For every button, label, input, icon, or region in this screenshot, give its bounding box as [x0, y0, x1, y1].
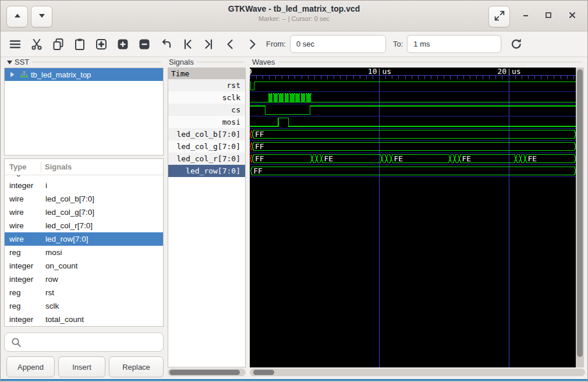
- signal-table-row[interactable]: regrst: [5, 286, 163, 299]
- signals-list-item[interactable]: led_col_g[7:0]: [168, 140, 245, 153]
- copy-button[interactable]: [51, 37, 65, 51]
- waves-vscrollbar-thumb[interactable]: [577, 69, 583, 357]
- signal-name: mosi: [41, 246, 62, 259]
- zoom-fit-icon: [94, 37, 108, 51]
- signals-list-item[interactable]: cs: [168, 104, 245, 116]
- svg-text:FF: FF: [255, 130, 264, 139]
- signal-table-row[interactable]: regmosi: [5, 246, 163, 259]
- signals-list-box: Time rstsclkcsmosiled_col_b[7:0]led_col_…: [168, 68, 246, 367]
- replace-button[interactable]: Replace: [109, 356, 164, 377]
- signals-hscrollbar[interactable]: [168, 369, 246, 376]
- signals-hscrollbar-thumb[interactable]: [169, 370, 240, 375]
- unmaximize-button[interactable]: [488, 6, 510, 27]
- signal-name: led_col_g[7:0]: [41, 206, 94, 219]
- pane-up-button[interactable]: [6, 6, 28, 27]
- signal-type: wire: [5, 206, 41, 219]
- signal-type: reg: [5, 299, 41, 313]
- signal-name: led_col_r[7:0]: [41, 219, 93, 232]
- minimize-icon: [519, 8, 533, 24]
- signal-type: wire: [5, 219, 41, 232]
- signal-table-row[interactable]: wireled_col_b[7:0]: [5, 192, 163, 206]
- svg-text:FF: FF: [255, 142, 264, 151]
- shift-right-button[interactable]: [245, 37, 259, 51]
- search-icon: [9, 335, 23, 349]
- wave-canvas[interactable]: 010us20usFFFFFFFEFEFEFEFF: [250, 68, 576, 367]
- signal-type: integer: [5, 273, 41, 286]
- menu-icon: [8, 37, 22, 51]
- signal-name: sclk: [41, 299, 59, 313]
- expand-icon: [493, 9, 506, 25]
- signals-list-item[interactable]: mosi: [168, 116, 245, 128]
- to-input[interactable]: [407, 35, 501, 53]
- cut-button[interactable]: [30, 37, 44, 51]
- svg-text:20: 20: [497, 68, 506, 76]
- signals-list-item[interactable]: led_col_b[7:0]: [168, 128, 245, 140]
- signal-table-row[interactable]: wireled_row[7:0]: [5, 232, 163, 246]
- minimize-button[interactable]: [518, 9, 533, 24]
- zoom-fit-button[interactable]: [94, 37, 108, 51]
- from-input[interactable]: [290, 35, 386, 53]
- signals-list-item[interactable]: rst: [168, 79, 245, 91]
- signal-table-header: Type Signals: [5, 159, 163, 175]
- triangle-up-icon: [10, 9, 24, 25]
- append-button[interactable]: Append: [6, 356, 55, 377]
- chevron-right-icon: [245, 37, 259, 51]
- go-to-start-button[interactable]: [180, 37, 194, 51]
- signal-name: row: [41, 273, 58, 286]
- signal-table-row[interactable]: regsclk: [5, 299, 163, 313]
- shift-left-button[interactable]: [224, 37, 238, 51]
- titlebar: GTKWave - tb_led_matrix_top.vcd Marker: …: [1, 1, 587, 31]
- signal-table-row[interactable]: wireled_col_g[7:0]: [5, 206, 163, 219]
- signals-list: rstsclkcsmosiled_col_b[7:0]led_col_g[7:0…: [168, 79, 245, 177]
- zoom-in-icon: [116, 37, 130, 51]
- paste-icon: [73, 37, 87, 51]
- go-to-end-icon: [202, 37, 216, 51]
- signal-type: integer: [5, 179, 41, 192]
- maximize-icon: [541, 8, 555, 24]
- zoom-out-button[interactable]: [137, 37, 151, 51]
- signal-name: i: [41, 179, 47, 192]
- paste-button[interactable]: [73, 37, 87, 51]
- svg-text:us: us: [382, 68, 392, 76]
- gtkwave-window: GTKWave - tb_led_matrix_top.vcd Marker: …: [0, 0, 588, 382]
- insert-button[interactable]: Insert: [58, 356, 105, 377]
- signal-name: led_row[7:0]: [41, 232, 88, 246]
- close-button[interactable]: [565, 9, 580, 24]
- pane-down-button[interactable]: [31, 6, 52, 27]
- svg-text:0: 0: [250, 68, 252, 76]
- bottom-accent-bar: [1, 379, 587, 381]
- search-box[interactable]: [4, 333, 164, 352]
- copy-icon: [51, 37, 65, 51]
- signals-list-item[interactable]: led_col_r[7:0]: [168, 153, 245, 165]
- svg-text:FF: FF: [255, 154, 264, 163]
- hierarchy-icon: [20, 70, 29, 79]
- svg-text:FE: FE: [528, 154, 537, 163]
- signals-list-item[interactable]: led_row[7:0]: [168, 165, 245, 177]
- signal-table-row[interactable]: integeron_count: [5, 259, 163, 273]
- signal-table-row[interactable]: integeri: [5, 179, 163, 192]
- reload-button[interactable]: [509, 37, 523, 51]
- signals-list-item[interactable]: sclk: [168, 91, 245, 104]
- column-header-signals[interactable]: Signals: [45, 162, 72, 171]
- signal-table-row[interactable]: wireled_col_r[7:0]: [5, 219, 163, 232]
- waves-hscrollbar-thumb[interactable]: [253, 370, 274, 375]
- column-header-type[interactable]: Type: [5, 162, 41, 171]
- expander-right-icon[interactable]: [9, 71, 15, 78]
- waves-hscrollbar[interactable]: [250, 369, 585, 376]
- maximize-button[interactable]: [541, 9, 556, 24]
- svg-text:FF: FF: [253, 167, 263, 175]
- menu-button[interactable]: [8, 37, 22, 51]
- svg-text:10: 10: [368, 68, 377, 76]
- waves-vscrollbar[interactable]: [576, 68, 584, 367]
- svg-text:FE: FE: [462, 154, 472, 163]
- zoom-in-button[interactable]: [116, 37, 130, 51]
- zoom-undo-button[interactable]: [159, 37, 173, 51]
- sst-tree: tb_led_matrix_top: [4, 68, 164, 155]
- go-to-end-button[interactable]: [202, 37, 216, 51]
- search-input[interactable]: [23, 334, 163, 351]
- sst-root-item[interactable]: tb_led_matrix_top: [5, 68, 163, 81]
- signal-table-row[interactable]: integertotal_count: [5, 313, 163, 326]
- signal-table-row[interactable]: integerrow: [5, 273, 163, 286]
- signal-type: wire: [5, 192, 41, 206]
- collapse-triangle-icon[interactable]: [6, 59, 13, 65]
